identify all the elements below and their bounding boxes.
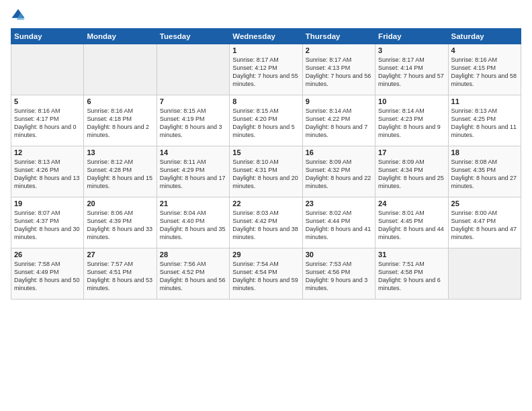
day-cell: 6Sunrise: 8:16 AM Sunset: 4:18 PM Daylig… xyxy=(84,95,157,146)
day-info: Sunrise: 8:16 AM Sunset: 4:18 PM Dayligh… xyxy=(87,107,153,140)
day-info: Sunrise: 8:14 AM Sunset: 4:23 PM Dayligh… xyxy=(378,107,445,140)
day-info: Sunrise: 8:07 AM Sunset: 4:37 PM Dayligh… xyxy=(14,209,81,242)
day-info: Sunrise: 7:51 AM Sunset: 4:58 PM Dayligh… xyxy=(378,260,445,293)
day-number: 1 xyxy=(232,46,299,54)
day-info: Sunrise: 8:13 AM Sunset: 4:26 PM Dayligh… xyxy=(14,158,81,191)
day-info: Sunrise: 8:15 AM Sunset: 4:19 PM Dayligh… xyxy=(160,107,226,140)
day-info: Sunrise: 8:13 AM Sunset: 4:25 PM Dayligh… xyxy=(451,107,518,140)
day-cell: 22Sunrise: 8:03 AM Sunset: 4:42 PM Dayli… xyxy=(230,197,302,248)
day-cell: 11Sunrise: 8:13 AM Sunset: 4:25 PM Dayli… xyxy=(448,95,521,146)
day-info: Sunrise: 8:14 AM Sunset: 4:22 PM Dayligh… xyxy=(306,107,372,140)
day-info: Sunrise: 8:15 AM Sunset: 4:20 PM Dayligh… xyxy=(232,107,299,140)
day-number: 8 xyxy=(232,97,299,105)
day-info: Sunrise: 8:08 AM Sunset: 4:35 PM Dayligh… xyxy=(451,158,518,191)
day-cell xyxy=(84,44,157,95)
day-number: 16 xyxy=(306,148,372,156)
day-info: Sunrise: 8:04 AM Sunset: 4:40 PM Dayligh… xyxy=(160,209,226,242)
week-row-5: 26Sunrise: 7:58 AM Sunset: 4:49 PM Dayli… xyxy=(11,248,521,300)
day-number: 11 xyxy=(451,97,518,105)
weekday-header-monday: Monday xyxy=(84,29,157,44)
day-info: Sunrise: 8:09 AM Sunset: 4:32 PM Dayligh… xyxy=(306,158,372,191)
day-number: 26 xyxy=(14,250,81,259)
day-number: 25 xyxy=(451,199,518,208)
day-cell xyxy=(157,44,229,95)
day-number: 4 xyxy=(451,46,518,54)
day-cell: 5Sunrise: 8:16 AM Sunset: 4:17 PM Daylig… xyxy=(11,95,84,146)
day-info: Sunrise: 8:16 AM Sunset: 4:15 PM Dayligh… xyxy=(451,56,518,89)
day-cell: 29Sunrise: 7:54 AM Sunset: 4:54 PM Dayli… xyxy=(230,248,302,300)
day-info: Sunrise: 8:17 AM Sunset: 4:12 PM Dayligh… xyxy=(232,56,299,89)
day-number: 21 xyxy=(160,199,226,208)
day-cell xyxy=(448,248,521,300)
day-number: 23 xyxy=(306,199,372,208)
day-cell: 16Sunrise: 8:09 AM Sunset: 4:32 PM Dayli… xyxy=(302,146,375,197)
day-cell xyxy=(11,44,84,95)
day-cell: 10Sunrise: 8:14 AM Sunset: 4:23 PM Dayli… xyxy=(375,95,448,146)
day-cell: 20Sunrise: 8:06 AM Sunset: 4:39 PM Dayli… xyxy=(84,197,157,248)
weekday-header-row: SundayMondayTuesdayWednesdayThursdayFrid… xyxy=(11,29,521,44)
day-number: 9 xyxy=(306,97,372,105)
day-info: Sunrise: 8:00 AM Sunset: 4:47 PM Dayligh… xyxy=(451,209,518,242)
day-cell: 7Sunrise: 8:15 AM Sunset: 4:19 PM Daylig… xyxy=(157,95,229,146)
day-info: Sunrise: 7:54 AM Sunset: 4:54 PM Dayligh… xyxy=(232,260,299,293)
day-info: Sunrise: 8:10 AM Sunset: 4:31 PM Dayligh… xyxy=(232,158,299,191)
day-cell: 18Sunrise: 8:08 AM Sunset: 4:35 PM Dayli… xyxy=(448,146,521,197)
weekday-header-thursday: Thursday xyxy=(302,29,375,44)
day-info: Sunrise: 8:16 AM Sunset: 4:17 PM Dayligh… xyxy=(14,107,81,140)
day-number: 2 xyxy=(306,46,372,54)
day-cell: 15Sunrise: 8:10 AM Sunset: 4:31 PM Dayli… xyxy=(230,146,302,197)
day-number: 22 xyxy=(232,199,299,208)
week-row-1: 1Sunrise: 8:17 AM Sunset: 4:12 PM Daylig… xyxy=(11,44,521,95)
day-cell: 17Sunrise: 8:09 AM Sunset: 4:34 PM Dayli… xyxy=(375,146,448,197)
day-number: 19 xyxy=(14,199,81,208)
day-info: Sunrise: 8:17 AM Sunset: 4:14 PM Dayligh… xyxy=(378,56,445,89)
day-number: 6 xyxy=(87,97,153,105)
logo-icon xyxy=(11,8,26,23)
day-number: 13 xyxy=(87,148,153,156)
day-number: 3 xyxy=(378,46,445,54)
day-cell: 1Sunrise: 8:17 AM Sunset: 4:12 PM Daylig… xyxy=(230,44,302,95)
weekday-header-friday: Friday xyxy=(375,29,448,44)
day-number: 14 xyxy=(160,148,226,156)
day-cell: 4Sunrise: 8:16 AM Sunset: 4:15 PM Daylig… xyxy=(448,44,521,95)
day-cell: 3Sunrise: 8:17 AM Sunset: 4:14 PM Daylig… xyxy=(375,44,448,95)
day-number: 30 xyxy=(306,250,372,259)
day-number: 24 xyxy=(378,199,445,208)
day-cell: 12Sunrise: 8:13 AM Sunset: 4:26 PM Dayli… xyxy=(11,146,84,197)
calendar-page: SundayMondayTuesdayWednesdayThursdayFrid… xyxy=(0,0,532,411)
week-row-4: 19Sunrise: 8:07 AM Sunset: 4:37 PM Dayli… xyxy=(11,197,521,248)
day-cell: 8Sunrise: 8:15 AM Sunset: 4:20 PM Daylig… xyxy=(230,95,302,146)
day-cell: 30Sunrise: 7:53 AM Sunset: 4:56 PM Dayli… xyxy=(302,248,375,300)
day-info: Sunrise: 8:12 AM Sunset: 4:28 PM Dayligh… xyxy=(87,158,153,191)
weekday-header-sunday: Sunday xyxy=(11,29,84,44)
day-number: 12 xyxy=(14,148,81,156)
day-cell: 26Sunrise: 7:58 AM Sunset: 4:49 PM Dayli… xyxy=(11,248,84,300)
day-cell: 28Sunrise: 7:56 AM Sunset: 4:52 PM Dayli… xyxy=(157,248,229,300)
day-number: 20 xyxy=(87,199,153,208)
day-info: Sunrise: 7:56 AM Sunset: 4:52 PM Dayligh… xyxy=(160,260,226,293)
day-cell: 19Sunrise: 8:07 AM Sunset: 4:37 PM Dayli… xyxy=(11,197,84,248)
day-info: Sunrise: 7:53 AM Sunset: 4:56 PM Dayligh… xyxy=(306,260,372,293)
day-number: 27 xyxy=(87,250,153,259)
day-info: Sunrise: 8:01 AM Sunset: 4:45 PM Dayligh… xyxy=(378,209,445,242)
day-number: 10 xyxy=(378,97,445,105)
day-cell: 2Sunrise: 8:17 AM Sunset: 4:13 PM Daylig… xyxy=(302,44,375,95)
weekday-header-saturday: Saturday xyxy=(448,29,521,44)
day-cell: 23Sunrise: 8:02 AM Sunset: 4:44 PM Dayli… xyxy=(302,197,375,248)
calendar-table: SundayMondayTuesdayWednesdayThursdayFrid… xyxy=(11,28,521,300)
weekday-header-wednesday: Wednesday xyxy=(230,29,302,44)
day-number: 31 xyxy=(378,250,445,259)
day-number: 7 xyxy=(160,97,226,105)
day-info: Sunrise: 8:09 AM Sunset: 4:34 PM Dayligh… xyxy=(378,158,445,191)
day-cell: 24Sunrise: 8:01 AM Sunset: 4:45 PM Dayli… xyxy=(375,197,448,248)
day-cell: 14Sunrise: 8:11 AM Sunset: 4:29 PM Dayli… xyxy=(157,146,229,197)
day-info: Sunrise: 8:11 AM Sunset: 4:29 PM Dayligh… xyxy=(160,158,226,191)
day-number: 28 xyxy=(160,250,226,259)
logo xyxy=(11,8,28,23)
day-cell: 25Sunrise: 8:00 AM Sunset: 4:47 PM Dayli… xyxy=(448,197,521,248)
day-info: Sunrise: 8:17 AM Sunset: 4:13 PM Dayligh… xyxy=(306,56,372,89)
day-info: Sunrise: 7:58 AM Sunset: 4:49 PM Dayligh… xyxy=(14,260,81,293)
day-cell: 21Sunrise: 8:04 AM Sunset: 4:40 PM Dayli… xyxy=(157,197,229,248)
day-number: 29 xyxy=(232,250,299,259)
day-info: Sunrise: 8:03 AM Sunset: 4:42 PM Dayligh… xyxy=(232,209,299,242)
